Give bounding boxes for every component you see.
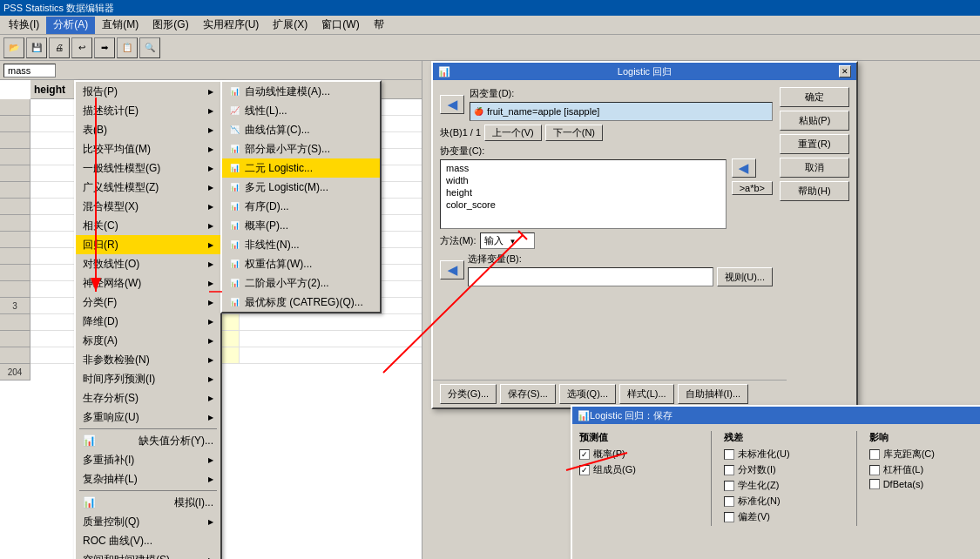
paste-btn[interactable]: 粘贴(P)	[780, 111, 849, 131]
menu-quality[interactable]: 质量控制(Q) ▶	[76, 512, 220, 531]
toolbar-btn-5[interactable]: ➡	[94, 37, 115, 58]
menu-compare-means[interactable]: 比较平均值(M) ▶	[76, 139, 220, 158]
submenu-probit[interactable]: 📊 概率(P)...	[222, 216, 380, 235]
cancel-btn[interactable]: 取消	[780, 158, 849, 178]
save-btn[interactable]: 保存(S)...	[500, 384, 556, 404]
submenu-twostep[interactable]: 📊 二阶最小平方(2)...	[222, 273, 380, 293]
submenu-weight[interactable]: 📊 权重估算(W)...	[222, 254, 380, 273]
menu-simulation[interactable]: 📊 模拟(I)...	[76, 493, 220, 512]
menu-gen-linear[interactable]: 一般线性模型(G) ▶	[76, 158, 220, 178]
menu-extend[interactable]: 扩展(X)	[266, 17, 314, 34]
options-btn[interactable]: 选项(Q)...	[559, 384, 616, 404]
reset-btn[interactable]: 重置(R)	[780, 134, 849, 154]
menu-scale[interactable]: 标度(A) ▶	[76, 331, 220, 350]
logistic-dialog: 📊 Logistic 回归 ✕ ◀ 因变量(D): 🍎 fruit_name=a…	[431, 61, 858, 409]
ok-btn[interactable]: 确定	[780, 87, 849, 107]
menu-neural[interactable]: 神经网络(W) ▶	[76, 273, 220, 293]
correlate-label: 相关(C)	[83, 219, 118, 233]
toolbar-btn-7[interactable]: 🔍	[139, 37, 160, 58]
roc-label: ROC 曲线(V)...	[83, 534, 152, 549]
help-btn[interactable]: 帮助(H)	[780, 181, 849, 201]
menu-window[interactable]: 窗口(W)	[314, 17, 366, 34]
menu-complex[interactable]: 复杂抽样(L) ▶	[76, 469, 220, 488]
rule-btn[interactable]: 视则(U)...	[717, 267, 773, 286]
classify-btn[interactable]: 分类(G)...	[440, 384, 497, 404]
menu-classify[interactable]: 分类(F) ▶	[76, 293, 220, 312]
submenu-binary-logistic[interactable]: 📊 二元 Logistic...	[222, 158, 380, 178]
menu-roc[interactable]: ROC 曲线(V)...	[76, 531, 220, 550]
menu-help[interactable]: 帮	[367, 17, 391, 34]
style-btn[interactable]: 样式(L)...	[619, 384, 674, 404]
generalized-label: 广义线性模型(Z)	[83, 180, 159, 195]
quality-label: 质量控制(Q)	[83, 515, 139, 529]
linear-label: 线性(L)...	[245, 104, 287, 118]
submenu-ordinal[interactable]: 📊 有序(D)...	[222, 197, 380, 216]
submenu-catreg[interactable]: 📊 最优标度 (CATREG)(Q)...	[222, 293, 380, 312]
cook-checkbox[interactable]	[869, 449, 880, 460]
menu-multi-response[interactable]: 多重响应(U) ▶	[76, 407, 220, 427]
submenu-partial[interactable]: 📊 部分最小平方(S)...	[222, 139, 380, 158]
deviance-checkbox[interactable]	[724, 512, 734, 522]
next-block-btn[interactable]: 下一个(N)	[545, 125, 603, 141]
dfbeta-checkbox[interactable]	[869, 479, 880, 489]
submenu-multinomial[interactable]: 📊 多元 Logistic(M)...	[222, 178, 380, 197]
menu-imputation[interactable]: 多重插补(I) ▶	[76, 450, 220, 469]
toolbar-btn-3[interactable]: 🖨	[49, 37, 70, 58]
menu-loglinear[interactable]: 对数线性(O) ▶	[76, 254, 220, 273]
select-var-box	[468, 267, 713, 286]
prob-checkbox[interactable]	[579, 449, 590, 460]
leverage-checkbox[interactable]	[869, 465, 880, 475]
toolbar-btn-2[interactable]: 💾	[26, 37, 47, 58]
group-checkbox[interactable]	[579, 465, 590, 475]
menu-direct[interactable]: 直销(M)	[95, 17, 145, 34]
submenu-curve[interactable]: 📉 曲线估算(C)...	[222, 120, 380, 139]
menu-nonparametric[interactable]: 非参数检验(N) ▶	[76, 350, 220, 369]
select-var-transfer-btn[interactable]: ◀	[440, 260, 464, 280]
dialog-close-btn[interactable]: ✕	[839, 65, 851, 77]
var-name-input[interactable]	[3, 64, 56, 77]
submenu-nonlinear[interactable]: 📊 非线性(N)...	[222, 235, 380, 254]
spatial-label: 空间和时间建模(S)...	[83, 553, 179, 560]
menu-graph[interactable]: 图形(G)	[145, 17, 195, 34]
row-num-10	[0, 248, 30, 265]
classify-label: 分类(F)	[83, 295, 117, 310]
toolbar-btn-1[interactable]: 📂	[3, 37, 24, 58]
menu-sep-2	[79, 490, 217, 491]
prev-block-btn[interactable]: 上一个(V)	[484, 125, 542, 141]
deviance-label: 偏差(V)	[738, 510, 770, 523]
menu-desc-stats[interactable]: 描述统计(E) ▶	[76, 101, 220, 120]
submenu-linear[interactable]: 📈 线性(L)...	[222, 101, 380, 120]
interaction-btn[interactable]: >a*b>	[732, 181, 773, 195]
menu-utilities[interactable]: 实用程序(U)	[196, 17, 267, 34]
submenu-auto-linear[interactable]: 📊 自动线性建模(A)...	[222, 82, 380, 101]
partial-icon: 📊	[227, 142, 241, 156]
menu-spatial[interactable]: 空间和时间建模(S)... ▶	[76, 550, 220, 559]
menu-survival[interactable]: 生存分析(S) ▶	[76, 388, 220, 407]
toolbar-btn-6[interactable]: 📋	[117, 37, 138, 58]
menu-analyze[interactable]: 分析(A)	[46, 17, 95, 34]
unstd-checkbox[interactable]	[724, 449, 734, 460]
dep-var-transfer-btn[interactable]: ◀	[440, 95, 464, 114]
dialog-body: ◀ 因变量(D): 🍎 fruit_name=apple [isapple] 块…	[433, 80, 856, 407]
std-checkbox[interactable]	[724, 496, 734, 507]
menu-table[interactable]: 表(B) ▶	[76, 120, 220, 139]
menu-time-series[interactable]: 时间序列预测(I) ▶	[76, 369, 220, 388]
menu-generalized[interactable]: 广义线性模型(Z) ▶	[76, 178, 220, 197]
menu-correlate[interactable]: 相关(C) ▶	[76, 216, 220, 235]
menu-report[interactable]: 报告(P) ▶	[76, 82, 220, 101]
logit-checkbox[interactable]	[724, 465, 734, 475]
menu-missing[interactable]: 📊 缺失值分析(Y)...	[76, 431, 220, 450]
compare-label: 比较平均值(M)	[83, 142, 151, 157]
menu-transform[interactable]: 转换(I)	[2, 17, 46, 34]
imputation-label: 多重插补(I)	[83, 453, 134, 468]
menu-reduce[interactable]: 降维(D) ▶	[76, 312, 220, 331]
method-select[interactable]: 输入 ▼	[480, 232, 535, 249]
covar-transfer-btn[interactable]: ◀	[732, 158, 756, 178]
partial-label: 部分最小平方(S)...	[245, 142, 330, 157]
toolbar-btn-4[interactable]: ↩	[71, 37, 92, 58]
menu-mixed[interactable]: 混合模型(X) ▶	[76, 197, 220, 216]
student-checkbox[interactable]	[724, 481, 734, 491]
height-label: height	[34, 84, 65, 96]
menu-regression[interactable]: 回归(R) ▶	[76, 235, 220, 254]
bootstrap-btn[interactable]: 自助抽样(I)...	[678, 384, 749, 404]
